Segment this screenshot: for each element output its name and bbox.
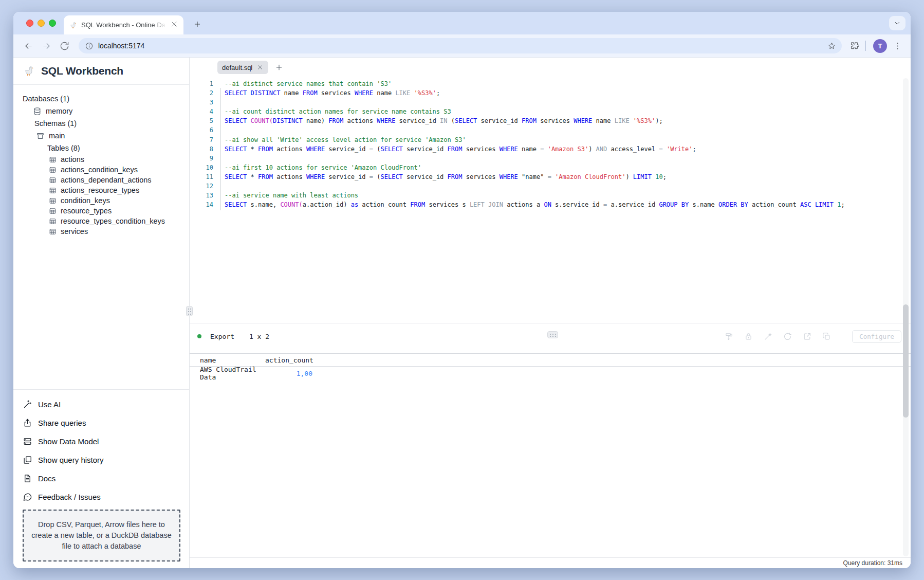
reload-button[interactable]: [57, 38, 72, 53]
code-line[interactable]: 8SELECT * FROM actions WHERE service_id …: [190, 144, 911, 154]
sql-workbench-app: SQL Workbench Databases (1) memory Schem…: [13, 58, 911, 568]
external-link-icon[interactable]: [803, 332, 811, 341]
query-duration: Query duration: 31ms: [843, 559, 902, 567]
status-bar: Query duration: 31ms: [190, 557, 911, 568]
scrollbar-track[interactable]: [903, 78, 909, 556]
url-bar[interactable]: localhost:5174: [79, 38, 842, 53]
browser-tab-strip: SQL Workbench - Online Data: [13, 12, 911, 34]
magic-wand-icon[interactable]: [764, 332, 772, 341]
tree-table-item[interactable]: actions_condition_keys: [13, 165, 189, 175]
code-line[interactable]: 10--ai first 10 actions for service 'Ama…: [190, 163, 911, 172]
tree-schema-item[interactable]: main: [13, 130, 189, 142]
editor-indent-guide: [220, 88, 221, 210]
code-line[interactable]: 12: [190, 182, 911, 191]
cell-name: AWS CloudTrail Data: [190, 366, 265, 381]
extensions-icon[interactable]: [847, 39, 861, 53]
lock-icon[interactable]: [744, 332, 753, 341]
tree-table-item[interactable]: actions_dependant_actions: [13, 175, 189, 185]
share-queries-button[interactable]: Share queries: [13, 413, 189, 432]
code-line[interactable]: 6: [190, 125, 911, 135]
column-header-name[interactable]: name: [190, 356, 265, 364]
site-info-icon[interactable]: [85, 42, 94, 50]
table-icon: [49, 187, 57, 194]
editor-tab-default-sql[interactable]: default.sql: [217, 61, 268, 74]
close-window-button[interactable]: [26, 20, 33, 27]
back-button[interactable]: [21, 38, 36, 53]
scrollbar-thumb[interactable]: [903, 304, 909, 418]
profile-avatar[interactable]: T: [873, 39, 887, 53]
code-line[interactable]: 5SELECT COUNT(DISTINCT name) FROM action…: [190, 116, 911, 125]
docs-button[interactable]: Docs: [13, 469, 189, 487]
table-row[interactable]: AWS CloudTrail Data 1,00: [190, 367, 911, 380]
app-title: SQL Workbench: [41, 65, 123, 77]
code-line[interactable]: 2SELECT DISTINCT name FROM services WHER…: [190, 88, 911, 98]
database-icon: [33, 107, 42, 116]
code-line[interactable]: 13--ai service name with least actions: [190, 191, 911, 200]
tree-table-item[interactable]: resource_types: [13, 206, 189, 216]
feedback-issues-button[interactable]: Feedback / Issues: [13, 487, 189, 506]
tab-search-button[interactable]: [889, 16, 905, 30]
show-data-model-button[interactable]: Show Data Model: [13, 432, 189, 450]
configure-button[interactable]: Configure: [852, 330, 901, 343]
sidebar: SQL Workbench Databases (1) memory Schem…: [13, 58, 190, 568]
file-dropzone[interactable]: Drop CSV, Parquet, Arrow files here to c…: [23, 510, 180, 561]
use-ai-button[interactable]: Use AI: [13, 395, 189, 413]
zoom-window-button[interactable]: [49, 20, 56, 27]
results-table-header: name action_count: [190, 353, 911, 367]
table-icon: [49, 228, 57, 235]
column-header-action-count[interactable]: action_count: [265, 356, 312, 364]
copy-icon[interactable]: [822, 332, 831, 341]
table-icon: [49, 166, 57, 174]
schemas-label: Schemas (1): [13, 117, 189, 130]
code-line[interactable]: 11SELECT * FROM actions WHERE service_id…: [190, 172, 911, 182]
browser-tab[interactable]: SQL Workbench - Online Data: [64, 15, 183, 34]
history-pages-icon: [23, 455, 32, 465]
main-panel: default.sql 1--ai distinct service names…: [190, 58, 911, 568]
new-query-tab-button[interactable]: [275, 63, 283, 71]
code-line[interactable]: 3: [190, 98, 911, 107]
results-table: name action_count AWS CloudTrail Data 1,…: [190, 353, 911, 380]
speech-bubble-icon: [23, 492, 32, 502]
bookmark-star-icon[interactable]: [827, 42, 836, 50]
forward-button[interactable]: [39, 38, 54, 53]
browser-toolbar: localhost:5174 T: [13, 34, 911, 58]
tree-database-item[interactable]: memory: [13, 105, 189, 117]
new-tab-button[interactable]: [191, 18, 204, 30]
dropzone-text: Drop CSV, Parquet, Arrow files here to c…: [31, 519, 172, 552]
browser-menu-icon[interactable]: [890, 39, 904, 53]
url-text[interactable]: localhost:5174: [98, 42, 827, 50]
code-lines: 1--ai distinct service names that contai…: [190, 79, 911, 209]
goose-favicon: [69, 21, 77, 29]
tree-table-item[interactable]: condition_keys: [13, 195, 189, 206]
results-resize-handle[interactable]: [547, 331, 558, 338]
browser-tab-title: SQL Workbench - Online Data: [81, 21, 166, 29]
code-line[interactable]: 7--ai show all 'Write' access level acti…: [190, 135, 911, 144]
show-query-history-button[interactable]: Show query history: [13, 450, 189, 469]
format-roller-icon[interactable]: [725, 332, 733, 341]
tree-table-item[interactable]: resource_types_condition_keys: [13, 216, 189, 226]
table-icon: [49, 176, 57, 184]
tree-table-item[interactable]: actions: [13, 154, 189, 165]
sidebar-resize-handle[interactable]: [186, 306, 193, 316]
tree-table-item[interactable]: services: [13, 226, 189, 237]
goose-logo-icon: [23, 65, 35, 77]
tree-table-item[interactable]: actions_resource_types: [13, 185, 189, 195]
tables-label: Tables (8): [13, 142, 189, 154]
minimize-window-button[interactable]: [38, 20, 45, 27]
result-dimensions: 1 x 2: [249, 333, 269, 340]
sql-editor[interactable]: 1--ai distinct service names that contai…: [190, 77, 911, 323]
code-line[interactable]: 14SELECT s.name, COUNT(a.action_id) as a…: [190, 200, 911, 209]
code-line[interactable]: 4--ai count distinct action names for se…: [190, 107, 911, 116]
close-tab-icon[interactable]: [170, 20, 178, 30]
undo-icon[interactable]: [783, 332, 792, 341]
export-button[interactable]: Export: [210, 333, 234, 340]
toolbar-divider: [865, 41, 866, 51]
tables-list: actionsactions_condition_keysactions_dep…: [13, 154, 189, 237]
close-editor-tab-icon[interactable]: [256, 64, 264, 71]
editor-tab-label: default.sql: [222, 64, 252, 71]
table-icon: [49, 156, 57, 164]
code-line[interactable]: 1--ai distinct service names that contai…: [190, 79, 911, 88]
app-header: SQL Workbench: [13, 58, 189, 85]
magic-wand-icon: [23, 400, 32, 409]
code-line[interactable]: 9: [190, 154, 911, 163]
